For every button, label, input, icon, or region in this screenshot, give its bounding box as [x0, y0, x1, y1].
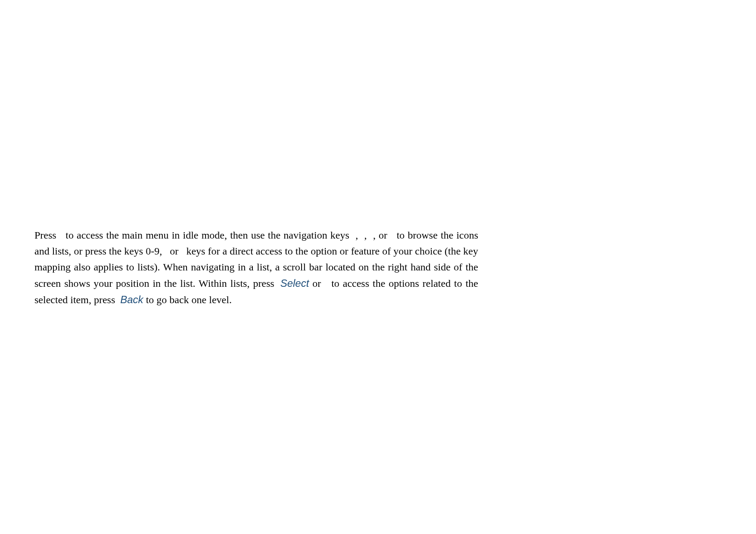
text-run: to go back one level. — [143, 294, 232, 305]
text-run: to access the main menu in idle mode, th… — [62, 230, 352, 241]
softkey-select-label: Select — [280, 277, 309, 289]
key-icon — [324, 278, 328, 289]
text-run: or — [309, 278, 324, 289]
text-run: , — [364, 230, 370, 241]
text-run: , — [355, 230, 361, 241]
nav-key-icon — [361, 230, 364, 241]
text-run: or — [167, 245, 181, 257]
softkey-back-label: Back — [120, 294, 143, 305]
text-run: Press — [34, 230, 59, 241]
nav-key-icon — [370, 230, 373, 241]
text-run: , or — [373, 230, 390, 241]
key-icon — [59, 230, 62, 241]
body-paragraph: Press to access the main menu in idle mo… — [34, 227, 478, 308]
